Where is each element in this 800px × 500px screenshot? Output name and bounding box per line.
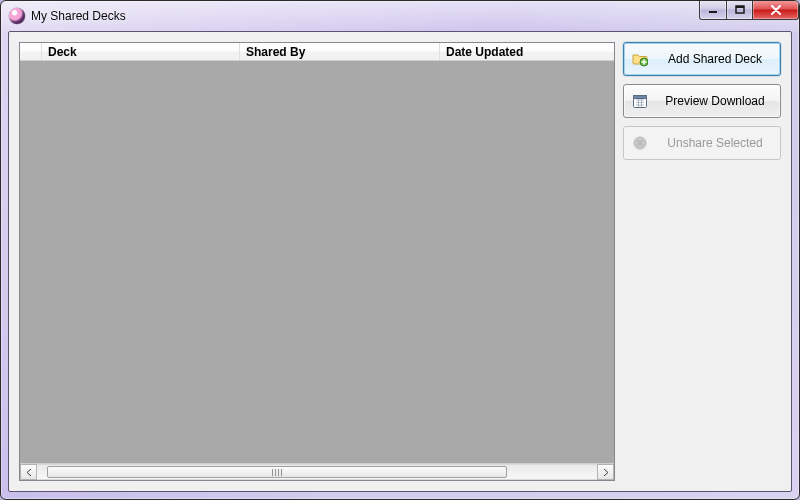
preview-download-button[interactable]: Preview Download [623, 84, 781, 118]
column-date-updated[interactable]: Date Updated [440, 43, 614, 60]
column-label: Shared By [246, 45, 305, 59]
window-title: My Shared Decks [31, 9, 126, 23]
orb-icon [9, 8, 25, 24]
chevron-left-icon [26, 469, 32, 476]
unshare-selected-button: Unshare Selected [623, 126, 781, 160]
row-handle-column[interactable] [20, 43, 42, 60]
shared-decks-table[interactable]: Deck Shared By Date Updated [19, 42, 615, 481]
svg-rect-2 [736, 6, 744, 8]
add-shared-deck-button[interactable]: Add Shared Deck [623, 42, 781, 76]
app-window: My Shared Decks Deck [0, 0, 800, 500]
table-header: Deck Shared By Date Updated [20, 43, 614, 61]
maximize-button[interactable] [727, 0, 753, 20]
calendar-icon [632, 93, 648, 109]
grip-icon [272, 469, 282, 476]
caption-buttons [699, 0, 799, 20]
button-label: Add Shared Deck [658, 52, 772, 66]
button-label: Unshare Selected [658, 136, 772, 150]
action-panel: Add Shared Deck Preview Download [623, 42, 781, 481]
column-deck[interactable]: Deck [42, 43, 240, 60]
close-button[interactable] [753, 0, 799, 20]
scroll-right-button[interactable] [597, 464, 614, 480]
folder-add-icon [632, 51, 648, 67]
scroll-track[interactable] [37, 464, 597, 480]
horizontal-scrollbar[interactable] [20, 463, 614, 480]
minimize-button[interactable] [699, 0, 727, 20]
client-area: Deck Shared By Date Updated [8, 31, 792, 492]
minimize-icon [708, 5, 718, 15]
column-label: Deck [48, 45, 77, 59]
close-icon [770, 5, 782, 15]
scroll-thumb[interactable] [47, 466, 507, 478]
column-label: Date Updated [446, 45, 523, 59]
svg-rect-0 [709, 11, 717, 13]
scroll-left-button[interactable] [20, 464, 37, 480]
table-body-empty[interactable] [20, 61, 614, 463]
maximize-icon [735, 5, 745, 15]
cancel-circle-icon [632, 135, 648, 151]
button-label: Preview Download [658, 94, 772, 108]
column-shared-by[interactable]: Shared By [240, 43, 440, 60]
chevron-right-icon [603, 469, 609, 476]
titlebar[interactable]: My Shared Decks [1, 1, 799, 31]
svg-rect-5 [634, 96, 647, 99]
